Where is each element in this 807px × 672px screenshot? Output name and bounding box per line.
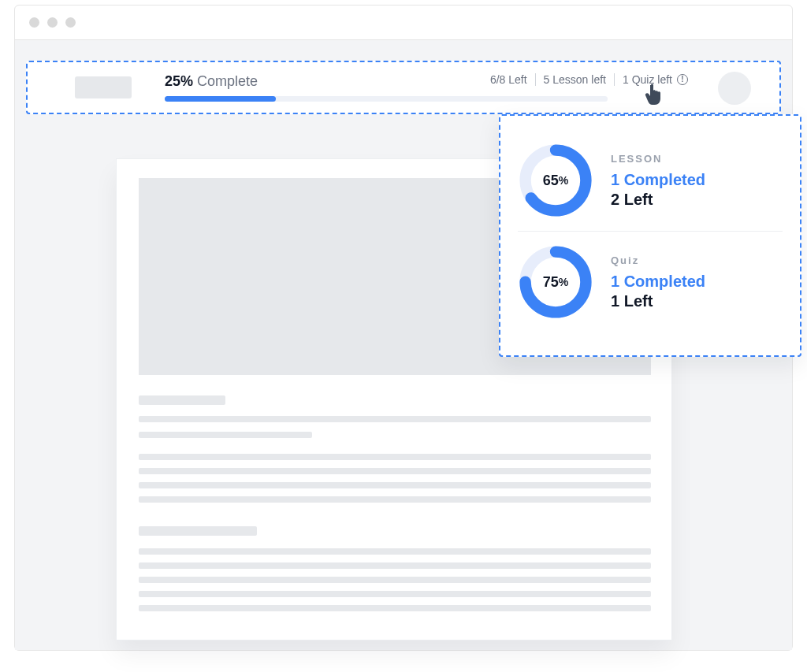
avatar[interactable] — [718, 72, 751, 105]
page-viewport: 25% Complete 6/8 Left 5 Lesson left 1 Qu… — [15, 40, 792, 650]
text-placeholder — [139, 605, 651, 611]
text-placeholder — [139, 548, 651, 555]
divider — [518, 231, 783, 232]
quiz-progress-percent: 75% — [518, 244, 593, 320]
popover-lesson-row: 65% LESSON 1 Completed 2 Left — [518, 135, 783, 226]
quiz-category-label: Quiz — [611, 254, 705, 266]
quiz-progress-donut: 75% — [518, 244, 593, 320]
lesson-progress-text: LESSON 1 Completed 2 Left — [611, 153, 705, 209]
course-progress-header: 25% Complete 6/8 Left 5 Lesson left 1 Qu… — [26, 61, 781, 114]
quiz-progress-text: Quiz 1 Completed 1 Left — [611, 254, 705, 310]
text-placeholder — [139, 577, 651, 583]
text-placeholder — [139, 526, 257, 536]
text-placeholder — [139, 395, 225, 405]
stat-lesson-left: 5 Lesson left — [544, 73, 606, 86]
text-placeholder — [139, 468, 651, 474]
app-window: 25% Complete 6/8 Left 5 Lesson left 1 Qu… — [14, 5, 793, 651]
text-placeholder — [139, 416, 651, 422]
window-titlebar — [15, 6, 792, 40]
progress-percent-text: 25% — [165, 73, 193, 89]
text-placeholder — [139, 496, 651, 503]
progress-details-popover: 65% LESSON 1 Completed 2 Left — [499, 114, 801, 357]
lesson-category-label: LESSON — [611, 153, 705, 165]
text-placeholder — [139, 562, 651, 569]
divider — [535, 73, 536, 86]
text-placeholder — [139, 482, 651, 488]
window-control-close[interactable] — [29, 17, 39, 28]
quiz-left-label: 1 Left — [611, 292, 705, 310]
window-control-zoom[interactable] — [65, 17, 76, 28]
lesson-progress-donut: 65% — [518, 143, 593, 218]
text-placeholder — [139, 591, 651, 597]
stat-overall-left: 6/8 Left — [490, 73, 527, 86]
text-placeholder — [139, 432, 312, 438]
progress-stats-inline: 6/8 Left 5 Lesson left 1 Quiz left ! — [490, 73, 688, 86]
popover-quiz-row: 75% Quiz 1 Completed 1 Left — [518, 236, 783, 328]
progress-word: Complete — [197, 73, 258, 89]
quiz-completed-label: 1 Completed — [611, 273, 705, 291]
window-control-minimize[interactable] — [47, 17, 58, 28]
progress-bar[interactable] — [165, 96, 608, 102]
info-icon[interactable]: ! — [677, 74, 688, 85]
lesson-completed-label: 1 Completed — [611, 171, 705, 189]
site-logo[interactable] — [75, 76, 132, 98]
lesson-left-label: 2 Left — [611, 191, 705, 209]
lesson-progress-percent: 65% — [518, 143, 593, 218]
progress-bar-fill — [165, 96, 276, 102]
text-placeholder — [139, 454, 651, 460]
divider — [614, 73, 615, 86]
stat-quiz-left: 1 Quiz left — [623, 73, 672, 86]
